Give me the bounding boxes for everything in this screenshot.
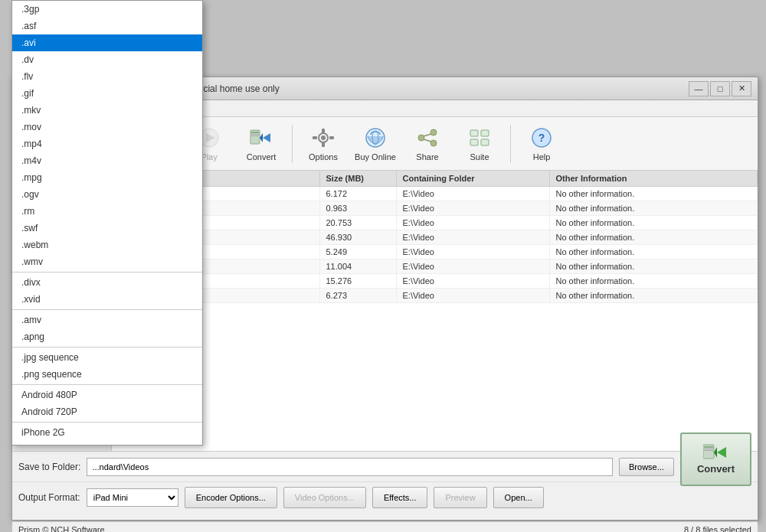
save-to-folder-label: Save to Folder: bbox=[18, 462, 80, 472]
dropdown-item[interactable]: .apng bbox=[12, 328, 202, 345]
status-right: 8 / 8 files selected bbox=[684, 525, 751, 533]
save-folder-row: Save to Folder: Browse... Convert bbox=[12, 452, 758, 482]
dropdown-item[interactable]: .asf bbox=[12, 18, 202, 34]
cell-size: 20.753 bbox=[320, 216, 397, 230]
dropdown-item[interactable]: .flv bbox=[12, 68, 202, 85]
status-left: Prism © NCH Software bbox=[18, 525, 105, 533]
dropdown-item[interactable]: .png sequence bbox=[12, 366, 202, 383]
cell-folder: E:\Video bbox=[397, 245, 550, 259]
dropdown-item[interactable]: .mkv bbox=[12, 102, 202, 119]
svg-point-34 bbox=[430, 129, 437, 135]
dropdown-item[interactable]: .m4v bbox=[12, 152, 202, 169]
dropdown-separator bbox=[12, 272, 202, 273]
table-row[interactable]: Get_Started_Dr 46.930 E:\Video No other … bbox=[112, 230, 758, 245]
dropdown-item[interactable]: iPhone 2G bbox=[12, 424, 202, 441]
title-controls: — □ ✕ bbox=[689, 81, 751, 96]
cell-info: No other information. bbox=[550, 245, 758, 259]
cell-size: 5.249 bbox=[320, 245, 397, 259]
svg-line-37 bbox=[424, 139, 431, 142]
dropdown-item[interactable]: Android 480P bbox=[12, 387, 202, 403]
svg-rect-30 bbox=[329, 136, 334, 139]
cell-size: 6.172 bbox=[320, 187, 397, 201]
svg-rect-21 bbox=[251, 134, 259, 135]
close-button[interactable]: ✕ bbox=[732, 81, 751, 96]
options-icon bbox=[311, 126, 336, 150]
dropdown-item[interactable]: .amv bbox=[12, 312, 202, 328]
svg-point-26 bbox=[321, 135, 326, 140]
convert-toolbar-label: Convert bbox=[247, 152, 277, 162]
dropdown-separator bbox=[12, 422, 202, 423]
table-row[interactable]: Getting Started 5.249 E:\Video No other … bbox=[112, 245, 758, 259]
cell-info: No other information. bbox=[550, 230, 758, 244]
folder-path-input[interactable] bbox=[87, 458, 613, 476]
buy-online-button[interactable]: Buy Online bbox=[351, 122, 400, 166]
table-row[interactable]: draganddrop 0.963 E:\Video No other info… bbox=[112, 201, 758, 216]
table-row[interactable]: how-to-make-log 11.004 E:\Video No other… bbox=[112, 259, 758, 274]
suite-button[interactable]: Suite bbox=[455, 122, 504, 166]
svg-line-36 bbox=[424, 134, 431, 136]
preview-button[interactable]: Preview bbox=[434, 487, 486, 508]
convert-main-button[interactable]: Convert bbox=[680, 432, 751, 486]
table-row[interactable]: dreamplan_steam 20.753 E:\Video No other… bbox=[112, 216, 758, 230]
svg-rect-40 bbox=[470, 139, 478, 145]
open-button[interactable]: Open... bbox=[493, 487, 544, 508]
encoder-options-button[interactable]: Encoder Options... bbox=[185, 487, 277, 508]
table-row[interactable]: Brisk_Intro 6.172 E:\Video No other info… bbox=[112, 187, 758, 201]
dropdown-item[interactable]: .webm bbox=[12, 237, 202, 253]
video-options-button[interactable]: Video Options... bbox=[283, 487, 366, 508]
options-button[interactable]: Options bbox=[299, 122, 348, 166]
dropdown-item[interactable]: .xvid bbox=[12, 291, 202, 308]
table-row[interactable]: Prism_greenlight 15.276 E:\Video No othe… bbox=[112, 274, 758, 289]
dropdown-item[interactable]: .3gp bbox=[12, 1, 202, 18]
maximize-button[interactable]: □ bbox=[710, 81, 730, 96]
dropdown-item[interactable]: .swf bbox=[12, 220, 202, 237]
dropdown-item[interactable]: .wmv bbox=[12, 253, 202, 270]
svg-rect-46 bbox=[704, 449, 713, 449]
convert-toolbar-button[interactable]: Convert bbox=[237, 122, 286, 166]
share-button[interactable]: Share bbox=[403, 122, 452, 166]
output-format-row: Output Format: .avi.mp4.mkv.mov.wmviPad … bbox=[12, 482, 758, 513]
minimize-button[interactable]: — bbox=[689, 81, 709, 96]
cell-folder: E:\Video bbox=[397, 201, 550, 215]
svg-rect-27 bbox=[322, 129, 325, 133]
dropdown-item[interactable]: .dv bbox=[12, 51, 202, 68]
browse-button[interactable]: Browse... bbox=[619, 458, 674, 476]
dropdown-item[interactable]: .divx bbox=[12, 274, 202, 291]
cell-size: 15.276 bbox=[320, 274, 397, 288]
suite-label: Suite bbox=[470, 152, 489, 162]
convert-main-icon bbox=[703, 443, 728, 462]
cell-info: No other information. bbox=[550, 259, 758, 273]
convert-icon bbox=[249, 126, 273, 150]
dropdown-item[interactable]: .mov bbox=[12, 119, 202, 135]
dropdown-list[interactable]: .3gp.asf.avi.dv.flv.gif.mkv.mov.mp4.m4v.… bbox=[12, 1, 202, 445]
dropdown-item[interactable]: .jpg sequence bbox=[12, 349, 202, 366]
help-button[interactable]: ? Help bbox=[517, 122, 566, 166]
svg-rect-39 bbox=[481, 130, 489, 136]
bottom-bar: Save to Folder: Browse... Convert Output… bbox=[12, 451, 758, 520]
table-row[interactable]: Transactions 6.273 E:\Video No other inf… bbox=[112, 289, 758, 303]
svg-rect-47 bbox=[704, 450, 713, 451]
svg-rect-20 bbox=[251, 132, 259, 133]
help-icon: ? bbox=[529, 126, 554, 150]
svg-rect-45 bbox=[704, 446, 713, 448]
dropdown-item[interactable]: iPhone 3G bbox=[12, 441, 202, 445]
dropdown-item[interactable]: .ogv bbox=[12, 186, 202, 203]
file-table[interactable]: Size (MB) Containing Folder Other Inform… bbox=[112, 171, 758, 464]
dropdown-item[interactable]: .rm bbox=[12, 203, 202, 220]
dropdown-item[interactable]: .gif bbox=[12, 85, 202, 102]
cell-folder: E:\Video bbox=[397, 230, 550, 244]
cell-folder: E:\Video bbox=[397, 259, 550, 273]
dropdown-item[interactable]: .avi bbox=[12, 34, 202, 51]
toolbar-separator-2 bbox=[292, 125, 293, 163]
output-format-select[interactable]: .avi.mp4.mkv.mov.wmviPad MiniiPhone 4SAn… bbox=[87, 488, 178, 507]
buy-online-icon bbox=[363, 126, 388, 150]
cell-folder: E:\Video bbox=[397, 274, 550, 288]
dropdown-item[interactable]: Android 720P bbox=[12, 403, 202, 420]
col-folder: Containing Folder bbox=[397, 171, 550, 186]
effects-button[interactable]: Effects... bbox=[372, 487, 428, 508]
dropdown-item[interactable]: .mp4 bbox=[12, 135, 202, 152]
dropdown-item[interactable]: .mpg bbox=[12, 169, 202, 186]
svg-marker-48 bbox=[717, 447, 726, 458]
svg-marker-23 bbox=[263, 133, 270, 142]
cell-info: No other information. bbox=[550, 201, 758, 215]
